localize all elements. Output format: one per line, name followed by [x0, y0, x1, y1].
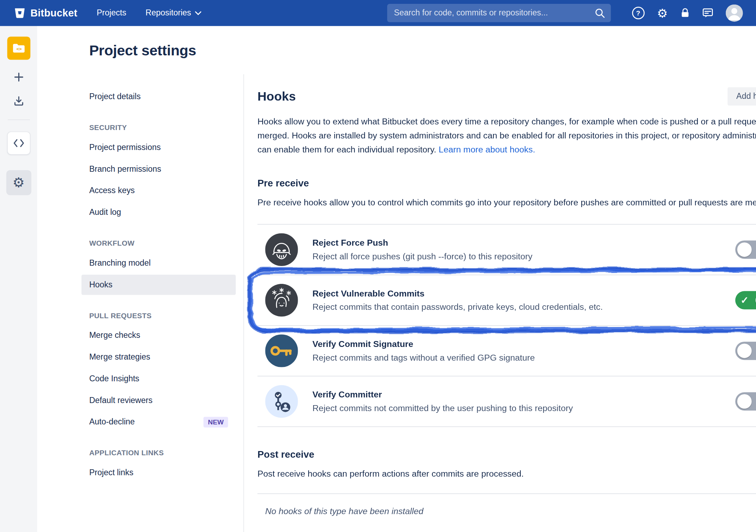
medusa-icon: [265, 284, 298, 317]
add-hook-button[interactable]: Add hook: [728, 87, 756, 105]
page-title: Project settings: [89, 42, 196, 59]
bitbucket-logo[interactable]: Bitbucket: [14, 7, 77, 19]
committer-icon: [265, 385, 298, 418]
chevron-down-icon: [195, 11, 202, 15]
sidebar-item-auto-decline-label: Auto-decline: [89, 417, 135, 427]
rail-divider: [7, 120, 29, 120]
sidebar-item-branching-model[interactable]: Branching model: [81, 253, 236, 273]
pre-receive-hook-list: Reject Force Push Reject all force pushe…: [257, 224, 756, 427]
sidebar-item-code-insights[interactable]: Code Insights: [81, 369, 236, 389]
new-badge: NEW: [204, 417, 228, 427]
sidebar-divider: [243, 74, 244, 532]
post-receive-description: Post receive hooks can perform actions a…: [257, 467, 756, 481]
sidebar-item-branch-permissions[interactable]: Branch permissions: [81, 159, 236, 179]
user-avatar[interactable]: [725, 4, 743, 22]
pre-receive-description: Pre receive hooks allow you to control w…: [257, 196, 756, 210]
plus-icon: [13, 71, 24, 83]
code-brackets-icon: [13, 138, 24, 148]
sidebar-section-security: SECURITY: [81, 123, 236, 131]
hook-toggle[interactable]: [735, 342, 756, 360]
pre-receive-heading: Pre receive: [257, 178, 756, 189]
project-folder-icon: <>: [11, 41, 26, 55]
hooks-panel: Hooks Add hook Hooks allow you to extend…: [257, 87, 756, 529]
project-settings-button[interactable]: [6, 170, 31, 195]
hook-toggle[interactable]: [735, 392, 756, 410]
sidebar-section-pull-requests: PULL REQUESTS: [81, 311, 236, 319]
darth-vader-icon: [265, 233, 298, 266]
toggle-knob: [737, 343, 751, 358]
hook-description: Reject commits not committed by the user…: [312, 403, 573, 413]
brand-name: Bitbucket: [31, 7, 77, 19]
sidebar-item-audit-log[interactable]: Audit log: [81, 203, 236, 223]
hook-row-verify-commit-signature: Verify Commit Signature Reject commits a…: [257, 326, 756, 376]
sidebar-item-project-links[interactable]: Project links: [81, 463, 236, 483]
nav-projects[interactable]: Projects: [97, 8, 126, 18]
feedback-icon[interactable]: [702, 8, 713, 18]
hook-title: Verify Commit Signature: [312, 339, 535, 349]
nav-projects-label: Projects: [97, 8, 126, 18]
hook-toggle[interactable]: [735, 291, 756, 309]
sidebar-section-application-links: APPLICATION LINKS: [81, 449, 236, 457]
sidebar-item-project-permissions[interactable]: Project permissions: [81, 137, 236, 158]
learn-more-link[interactable]: Learn more about hooks.: [439, 145, 535, 155]
toggle-knob: [737, 243, 751, 257]
search-container: [387, 4, 611, 22]
hook-row-reject-vulnerable-commits: Reject Vulnerable Commits Reject commits…: [257, 275, 756, 326]
help-icon[interactable]: [632, 7, 644, 19]
hook-description: Reject commits that contain passwords, p…: [312, 302, 603, 312]
sidebar-section-workflow: WORKFLOW: [81, 239, 236, 247]
toggle-knob: [737, 394, 751, 409]
download-icon: [13, 95, 24, 107]
top-navigation: Bitbucket Projects Repositories: [0, 0, 756, 26]
hook-toggle[interactable]: [735, 240, 756, 259]
create-button[interactable]: [13, 71, 24, 83]
search-input[interactable]: [387, 4, 611, 22]
bitbucket-project-settings-screen: Bitbucket Projects Repositories: [0, 0, 756, 532]
hook-title: Reject Vulnerable Commits: [312, 288, 603, 299]
lock-icon[interactable]: [680, 8, 690, 18]
search-icon[interactable]: [594, 8, 605, 20]
gear-icon: [13, 176, 25, 190]
hook-description: Reject commits and tags without a verifi…: [312, 353, 535, 363]
sidebar-item-access-keys[interactable]: Access keys: [81, 181, 236, 201]
left-icon-rail: <>: [0, 26, 37, 532]
source-code-button[interactable]: [7, 131, 30, 155]
hooks-intro: Hooks allow you to extend what Bitbucket…: [257, 115, 756, 157]
sidebar-item-merge-checks[interactable]: Merge checks: [81, 325, 236, 346]
hook-row-verify-committer: Verify Committer Reject commits not comm…: [257, 376, 756, 427]
hook-title: Reject Force Push: [312, 238, 532, 248]
sidebar-item-default-reviewers[interactable]: Default reviewers: [81, 390, 236, 411]
bitbucket-bucket-icon: [14, 7, 26, 19]
sidebar-item-merge-strategies[interactable]: Merge strategies: [81, 347, 236, 367]
sidebar-item-project-details[interactable]: Project details: [81, 87, 236, 107]
nav-repositories[interactable]: Repositories: [146, 8, 202, 18]
settings-icon[interactable]: [657, 7, 668, 19]
nav-repositories-label: Repositories: [146, 8, 191, 18]
hooks-heading: Hooks: [257, 89, 296, 104]
key-icon: [265, 334, 298, 367]
page-content: Project settings Project details SECURIT…: [37, 26, 756, 532]
sidebar-item-hooks[interactable]: Hooks: [81, 275, 236, 295]
post-receive-empty-message: No hooks of this type have been installe…: [257, 493, 756, 529]
post-receive-heading: Post receive: [257, 449, 756, 461]
svg-text:<>: <>: [16, 46, 22, 52]
sidebar-item-auto-decline[interactable]: Auto-decline NEW: [81, 412, 236, 432]
project-avatar[interactable]: <>: [7, 37, 30, 60]
clone-download-button[interactable]: [13, 95, 24, 107]
settings-sidebar: Project details SECURITY Project permiss…: [81, 87, 236, 484]
hook-title: Verify Committer: [312, 390, 573, 400]
hook-description: Reject all force pushes (git push --forc…: [312, 251, 532, 261]
hook-row-reject-force-push: Reject Force Push Reject all force pushe…: [257, 225, 756, 275]
